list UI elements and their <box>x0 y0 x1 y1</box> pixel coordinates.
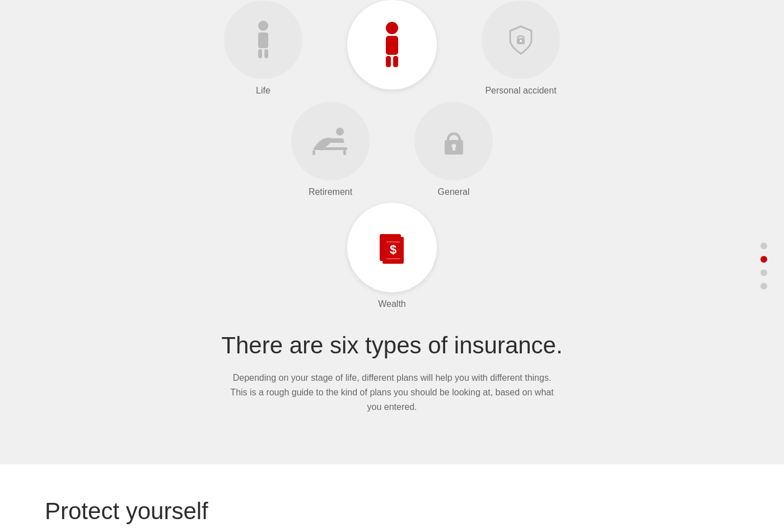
lock-icon <box>441 126 466 157</box>
svg-point-10 <box>336 128 344 136</box>
circles-container: Life <box>0 0 784 315</box>
svg-rect-2 <box>258 49 262 58</box>
insurance-intro: There are six types of insurance. Depend… <box>0 315 784 442</box>
circle-label-personal-accident: Personal accident <box>485 86 556 96</box>
svg-text:$: $ <box>389 242 396 256</box>
insurance-subtext: Depending on your stage of life, differe… <box>224 371 560 414</box>
circle-retirement <box>291 102 370 180</box>
protect-section: Protect yourself Health insurance Learn … <box>0 464 784 532</box>
circle-center-top <box>347 0 437 90</box>
svg-rect-16 <box>452 147 455 151</box>
circle-wealth: $ <box>347 203 437 292</box>
shield-icon <box>507 25 535 55</box>
circles-top-row: Life <box>224 0 560 96</box>
circle-item-personal-accident[interactable]: Personal accident <box>482 1 560 96</box>
svg-rect-13 <box>343 150 346 155</box>
circle-label-general: General <box>438 187 470 197</box>
svg-rect-7 <box>393 56 398 67</box>
svg-point-4 <box>386 22 398 34</box>
svg-rect-5 <box>386 36 398 55</box>
svg-rect-1 <box>258 32 268 48</box>
protect-heading: Protect yourself <box>45 498 739 525</box>
svg-rect-11 <box>314 147 347 150</box>
nav-dot-2[interactable] <box>760 256 767 263</box>
circles-bottom-row: $ Wealth <box>347 203 437 309</box>
svg-rect-12 <box>312 150 315 155</box>
nav-dot-3[interactable] <box>760 269 767 276</box>
circle-item-life[interactable]: Life <box>224 1 302 96</box>
circle-item-retirement[interactable]: Retirement <box>291 102 370 197</box>
circle-label-life: Life <box>256 86 270 96</box>
insurance-heading: There are six types of insurance. <box>112 332 672 360</box>
lounger-icon <box>311 127 350 155</box>
dollar-bills-icon: $ <box>377 230 408 266</box>
circle-label-retirement: Retirement <box>309 187 352 197</box>
circle-item-general[interactable]: General <box>414 102 493 197</box>
svg-rect-6 <box>386 56 391 67</box>
nav-dot-1[interactable] <box>760 242 767 249</box>
nav-dots <box>760 242 767 290</box>
circle-label-wealth: Wealth <box>378 299 406 309</box>
insurance-types-section: Life <box>0 0 784 464</box>
circle-item-wealth[interactable]: $ Wealth <box>347 203 437 309</box>
svg-rect-3 <box>264 49 268 58</box>
svg-point-9 <box>520 40 522 42</box>
circle-personal-accident <box>482 1 560 79</box>
circle-item-center-top[interactable] <box>347 0 437 96</box>
circle-life <box>224 1 302 79</box>
person-icon <box>252 20 274 59</box>
circle-general <box>414 102 493 180</box>
circles-middle-row: Retirement General <box>291 102 493 197</box>
nav-dot-4[interactable] <box>760 283 767 290</box>
svg-point-0 <box>258 21 268 31</box>
person-red-icon <box>378 21 406 69</box>
